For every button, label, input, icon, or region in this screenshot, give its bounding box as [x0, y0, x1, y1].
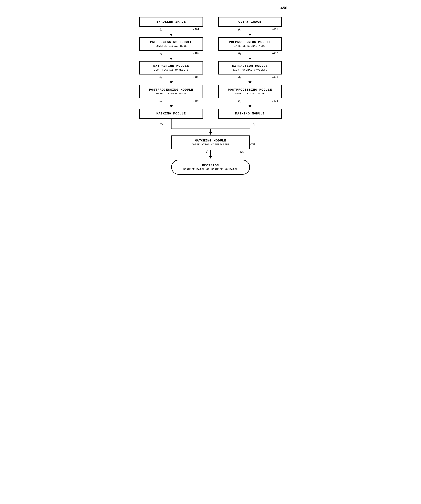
- enrolled-arrow4-sub: e: [161, 101, 162, 103]
- enrolled-column: ENROLLED IMAGE ge ↘401 PREPROCESSING MOD…: [136, 17, 207, 119]
- query-extraction-title: EXTRACTION MODULE: [220, 64, 279, 68]
- connector-svg: ye yq: [134, 119, 287, 135]
- query-arrow3-sub: q: [240, 77, 241, 79]
- query-preprocessing-sub: INVERSE SIGNAL MODE: [220, 45, 279, 48]
- enrolled-ref2: ↘402: [193, 52, 199, 55]
- query-extraction-box: EXTRACTION MODULE BIORTHOGONAL WAVELETS: [218, 61, 282, 74]
- svg-marker-4: [209, 132, 212, 135]
- query-extraction-sub: BIORTHOGONAL WAVELETS: [220, 68, 279, 71]
- connector-area: ye yq: [134, 119, 287, 135]
- matching-section: MATCHING MODULE CORRELATION COEFFICIENT …: [171, 135, 250, 175]
- enrolled-postprocessing-title: POSTPROCESSING MODULE: [142, 88, 201, 92]
- enrolled-arrow3-sub: e: [161, 77, 162, 79]
- query-postprocessing-title: POSTPROCESSING MODULE: [220, 88, 279, 92]
- enrolled-masking-title: MASKING MODULE: [142, 112, 201, 115]
- enrolled-ref1: ↘401: [193, 28, 199, 31]
- matching-module-title: MATCHING MODULE: [174, 139, 247, 142]
- query-image-box: QUERY IMAGE: [218, 17, 282, 27]
- query-preprocessing-title: PREPROCESSING MODULE: [220, 40, 279, 44]
- enrolled-extraction-title: EXTRACTION MODULE: [142, 64, 201, 68]
- query-masking-box: MASKING MODULE: [218, 109, 282, 119]
- matching-arrow-var: d: [206, 150, 208, 154]
- enrolled-preprocessing-sub: INVERSE SIGNAL MODE: [142, 45, 201, 48]
- query-masking-title: MASKING MODULE: [220, 112, 279, 115]
- matching-ref: ↘406: [249, 142, 256, 145]
- query-arrow2-sub: q: [240, 53, 241, 55]
- decision-box: DECISION SCANNER MATCH OR SCANNER NONMAT…: [171, 160, 250, 175]
- top-row: ENROLLED IMAGE ge ↘401 PREPROCESSING MOD…: [134, 17, 287, 119]
- query-postprocessing-sub: DIRECT SIGNAL MODE: [220, 92, 279, 95]
- enrolled-image-label: ENROLLED IMAGE: [142, 20, 201, 24]
- matching-module-subtitle: CORRELATION COEFFICIENT: [174, 143, 247, 146]
- enrolled-preprocessing-box: PREPROCESSING MODULE INVERSE SIGNAL MODE: [139, 37, 203, 51]
- query-ref1: ↘401: [272, 28, 278, 31]
- query-postprocessing-box: POSTPROCESSING MODULE DIRECT SIGNAL MODE: [218, 85, 282, 98]
- diagram-body: ENROLLED IMAGE ge ↘401 PREPROCESSING MOD…: [134, 17, 287, 175]
- enrolled-masking-box: MASKING MODULE: [139, 109, 203, 119]
- enrolled-postprocessing-sub: DIRECT SIGNAL MODE: [142, 92, 201, 95]
- enrolled-preprocessing-title: PREPROCESSING MODULE: [142, 40, 201, 44]
- query-arrow1-var: gq: [238, 28, 241, 31]
- query-ref2: ↘402: [272, 52, 278, 55]
- enrolled-arrow4-var: pe: [160, 99, 162, 103]
- enrolled-extraction-box: EXTRACTION MODULE BIORTHOGONAL WAVELETS: [139, 61, 203, 74]
- svg-text:yq: yq: [252, 122, 255, 126]
- svg-text:ye: ye: [160, 122, 163, 126]
- query-arrow4-sub: q: [240, 101, 241, 103]
- enrolled-arrow1-sub: e: [161, 29, 162, 31]
- enrolled-image-box: ENROLLED IMAGE: [139, 17, 203, 27]
- query-arrow3-var: xq: [238, 75, 241, 79]
- figure-number: 450: [280, 6, 287, 11]
- query-column: QUERY IMAGE gq ↘401 PREPROCESSING MODULE…: [214, 17, 286, 119]
- enrolled-extraction-sub: BIORTHOGONAL WAVELETS: [142, 68, 201, 71]
- query-image-label: QUERY IMAGE: [220, 20, 279, 24]
- enrolled-ref3: ↘403: [193, 75, 199, 79]
- matching-arrow-ref: ↘420: [238, 150, 244, 154]
- enrolled-ref4: ↘404: [193, 99, 199, 102]
- matching-module-box: MATCHING MODULE CORRELATION COEFFICIENT: [171, 135, 250, 149]
- enrolled-postprocessing-box: POSTPROCESSING MODULE DIRECT SIGNAL MODE: [139, 85, 203, 98]
- enrolled-arrow2-var: ue: [160, 52, 162, 55]
- query-arrow2-var: uq: [238, 52, 241, 55]
- enrolled-arrow2-sub: e: [161, 53, 162, 55]
- query-ref4: ↘404: [272, 99, 278, 102]
- query-arrow4-var: pq: [238, 99, 241, 103]
- query-arrow1-sub: q: [240, 29, 241, 31]
- enrolled-arrow1-var: ge: [160, 28, 162, 31]
- enrolled-arrow3-var: xe: [160, 75, 162, 79]
- query-preprocessing-box: PREPROCESSING MODULE INVERSE SIGNAL MODE: [218, 37, 282, 51]
- decision-subtitle: SCANNER MATCH OR SCANNER NONMATCH: [178, 168, 244, 171]
- decision-title: DECISION: [178, 164, 244, 167]
- query-ref3: ↘403: [272, 75, 278, 79]
- diagram-container: 450 ENROLLED IMAGE ge ↘401 PREPROCESSING…: [126, 4, 295, 182]
